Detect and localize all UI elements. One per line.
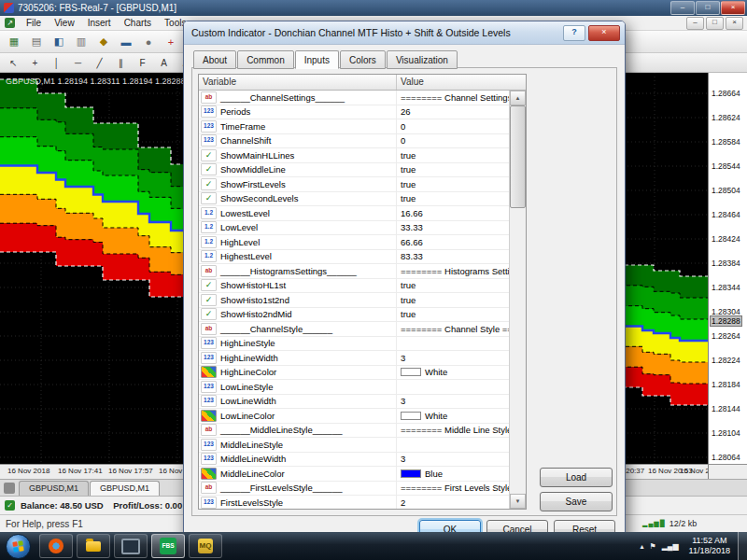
hidden-icons-icon[interactable]: ▴	[640, 542, 643, 551]
param-value[interactable]: ======== Channel Style ========	[401, 324, 510, 334]
param-row[interactable]: ✓ShowHisto1st2ndtrue	[199, 293, 510, 308]
param-row[interactable]: ab______ChannelStyle______======== Chann…	[199, 322, 510, 337]
param-row[interactable]: 123HighLineStyle	[199, 337, 510, 352]
price-scale[interactable]: 1.286641.286241.285841.285441.285041.284…	[708, 73, 747, 464]
dialog-tab-colors[interactable]: Colors	[340, 50, 386, 69]
param-row[interactable]: ✓ShowHisto2ndMidtrue	[199, 308, 510, 323]
explorer-taskbar-button[interactable]	[77, 534, 110, 558]
param-value[interactable]: true	[401, 179, 416, 189]
param-row[interactable]: 1.2HighestLevel83.33	[199, 250, 510, 265]
terminal-panel-icon[interactable]: ▬	[116, 33, 136, 51]
param-value[interactable]: ======== First Levels Style ========	[401, 483, 510, 493]
save-button[interactable]: Save	[540, 492, 613, 511]
browser-taskbar-button[interactable]	[39, 534, 73, 558]
load-button[interactable]: Load	[540, 468, 613, 487]
crosshair-icon[interactable]: +	[25, 54, 45, 71]
param-row[interactable]: 123FirstLevelsStyle2	[199, 496, 510, 509]
param-value[interactable]: White	[425, 367, 447, 377]
fibonacci-tool-icon[interactable]: F	[133, 54, 152, 71]
param-row[interactable]: ✓ShowMainHLLinestrue	[199, 148, 510, 163]
new-chart-icon[interactable]: ▦	[4, 33, 24, 51]
chart-profiles-icon[interactable]: ▤	[26, 33, 47, 51]
menu-insert[interactable]: Insert	[81, 18, 118, 28]
param-row[interactable]: ✓ShowFirstLevelstrue	[199, 177, 510, 192]
param-value[interactable]: ======== Channel Settings ========	[401, 92, 510, 103]
trendline-tool-icon[interactable]: ╱	[90, 54, 109, 71]
data-window-icon[interactable]: ▥	[71, 33, 92, 51]
scroll-up-button[interactable]: ▲	[510, 91, 526, 105]
chart-close-button[interactable]: ×	[726, 17, 743, 30]
param-row[interactable]: HighLineColorWhite	[199, 366, 510, 381]
param-row[interactable]: ab______MiddleLineStyle______======== Mi…	[199, 424, 510, 439]
scrollbar-thumb[interactable]	[510, 105, 526, 208]
param-value[interactable]: ======== Middle Line Style ========	[401, 425, 510, 435]
strategy-tester-icon[interactable]: ●	[138, 33, 159, 51]
param-row[interactable]: ✓ShowHistoHL1sttrue	[199, 279, 510, 294]
param-row[interactable]: ab______ChannelSettings______======== Ch…	[199, 91, 510, 105]
param-value[interactable]: 0	[401, 135, 405, 146]
show-desktop-button[interactable]	[738, 532, 747, 560]
cursor-icon[interactable]: ↖	[4, 54, 23, 71]
chart-restore-button[interactable]: □	[706, 17, 724, 30]
menu-file[interactable]: File	[20, 18, 48, 28]
param-value[interactable]: 83.33	[401, 251, 423, 261]
scroll-down-button[interactable]: ▼	[510, 494, 526, 509]
close-button[interactable]: ×	[721, 1, 745, 15]
param-value[interactable]: 33.33	[401, 222, 423, 232]
channel-tool-icon[interactable]: ∥	[111, 54, 131, 71]
param-row[interactable]: ✓ShowSecondLevelstrue	[199, 192, 510, 207]
menu-view[interactable]: View	[48, 18, 81, 28]
action-center-icon[interactable]: ⚑	[649, 542, 655, 551]
chart-minimize-button[interactable]: –	[686, 17, 704, 30]
maximize-button[interactable]: □	[696, 1, 720, 15]
param-row[interactable]: ab______FirstLevelsStyle______======== F…	[199, 482, 510, 497]
dialog-tab-inputs[interactable]: Inputs	[295, 50, 339, 69]
param-row[interactable]: ab______HistogramsSettings______========…	[199, 264, 510, 279]
market-watch-icon[interactable]: ◧	[49, 33, 69, 51]
dialog-tab-visualization[interactable]: Visualization	[387, 50, 458, 69]
param-value[interactable]: true	[401, 150, 416, 161]
param-row[interactable]: 123ChannelShift0	[199, 134, 510, 149]
param-row[interactable]: 123LowLineStyle	[199, 380, 510, 395]
text-tool-icon[interactable]: A	[154, 54, 174, 71]
param-row[interactable]: 123LowLineWidth3	[199, 395, 510, 410]
param-row[interactable]: MiddleLineColorBlue	[199, 467, 510, 482]
vertical-line-tool-icon[interactable]: │	[47, 54, 66, 71]
param-value[interactable]: 3	[401, 353, 405, 363]
fbs-terminal-taskbar-button[interactable]: FBS	[151, 534, 185, 558]
param-value[interactable]: 2	[401, 497, 405, 508]
computer-taskbar-button[interactable]	[114, 534, 148, 558]
param-row[interactable]: 123Periods26	[199, 105, 510, 120]
param-value[interactable]: Blue	[425, 469, 443, 479]
param-row[interactable]: 123MiddleLineWidth3	[199, 453, 510, 468]
param-value[interactable]: true	[401, 309, 416, 319]
dialog-close-button[interactable]: ×	[588, 25, 620, 41]
network-icon[interactable]: ▂▄▆	[662, 542, 679, 551]
value-column-header[interactable]: Value	[397, 75, 526, 90]
variable-column-header[interactable]: Variable	[199, 75, 397, 90]
chart-window-tab[interactable]: GBPUSD,M1	[19, 481, 89, 496]
dialog-tab-common[interactable]: Common	[237, 50, 294, 69]
param-value[interactable]: ======== Histograms Settings ========	[401, 266, 510, 276]
menu-charts[interactable]: Charts	[118, 18, 158, 28]
dialog-tab-about[interactable]: About	[193, 50, 236, 69]
start-button[interactable]	[6, 534, 31, 559]
param-row[interactable]: 1.2LowestLevel16.66	[199, 206, 510, 221]
param-value[interactable]: 26	[401, 106, 411, 117]
param-value[interactable]: 3	[401, 454, 405, 464]
param-row[interactable]: 123MiddleLineStyle	[199, 438, 510, 453]
taskbar-clock[interactable]: 11:52 AM 11/18/2018	[689, 536, 730, 557]
param-value[interactable]: true	[401, 193, 416, 203]
param-value[interactable]: true	[401, 295, 416, 305]
param-value[interactable]: 16.66	[401, 208, 423, 218]
dialog-help-button[interactable]: ?	[563, 25, 585, 41]
param-value[interactable]: true	[401, 164, 416, 175]
param-row[interactable]: 1.2LowLevel33.33	[199, 221, 510, 236]
param-row[interactable]: ✓ShowMiddleLinetrue	[199, 163, 510, 178]
navigator-icon[interactable]: ◆	[93, 33, 114, 51]
metaeditor-app-taskbar-button[interactable]: MQ	[189, 534, 222, 558]
new-order-icon[interactable]: +	[161, 33, 181, 51]
param-value[interactable]: true	[401, 280, 416, 290]
param-row[interactable]: 1.2HighLevel66.66	[199, 235, 510, 250]
horizontal-line-tool-icon[interactable]: ─	[68, 54, 88, 71]
